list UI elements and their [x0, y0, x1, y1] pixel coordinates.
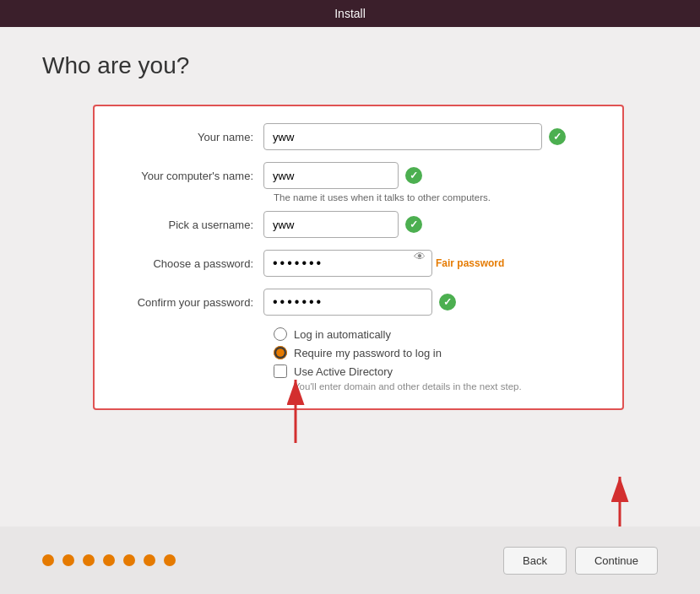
password-row: Choose a password: 👁 Fair password	[111, 250, 597, 277]
progress-dot-4	[103, 554, 115, 566]
require-password-row: Require my password to log in	[274, 346, 597, 359]
active-directory-hint: You'll enter domain and other details in…	[294, 381, 597, 392]
progress-dots	[42, 554, 176, 566]
confirm-password-input[interactable]	[263, 289, 432, 316]
your-name-check-icon	[549, 128, 566, 145]
confirm-password-input-wrapper	[263, 289, 456, 316]
log-in-auto-label: Log in automatically	[294, 328, 391, 341]
require-password-radio[interactable]	[274, 346, 287, 359]
log-in-auto-row: Log in automatically	[274, 327, 597, 341]
confirm-password-check-icon	[439, 294, 456, 310]
page-heading: Who are you?	[42, 52, 658, 79]
continue-button[interactable]: Continue	[575, 547, 658, 575]
username-input-wrapper	[263, 211, 422, 238]
confirm-password-label: Confirm your password:	[111, 296, 263, 309]
title-bar: Install	[0, 0, 700, 27]
nav-buttons: Back Continue	[503, 547, 658, 575]
progress-dot-3	[83, 554, 95, 566]
password-input[interactable]	[263, 250, 432, 277]
your-name-row: Your name:	[111, 123, 597, 150]
username-input[interactable]	[263, 211, 399, 238]
username-label: Pick a username:	[111, 219, 263, 231]
password-toggle-icon[interactable]: 👁	[414, 250, 426, 263]
progress-dot-1	[42, 554, 54, 566]
computer-name-check-icon	[405, 167, 422, 184]
password-input-wrapper: 👁 Fair password	[263, 250, 504, 277]
title-bar-title: Install	[334, 7, 366, 20]
right-arrow-annotation	[586, 468, 654, 536]
computer-name-input-wrapper	[263, 162, 422, 189]
progress-dot-2	[62, 554, 74, 566]
left-arrow-annotation	[262, 367, 329, 451]
computer-name-input[interactable]	[263, 162, 399, 189]
username-check-icon	[405, 216, 422, 233]
computer-name-hint: The name it uses when it talks to other …	[274, 192, 597, 202]
password-strength-label: Fair password	[436, 257, 504, 269]
username-row: Pick a username:	[111, 211, 597, 238]
progress-dot-5	[123, 554, 135, 566]
password-label: Choose a password:	[111, 257, 263, 270]
confirm-password-row: Confirm your password:	[111, 289, 597, 316]
main-content: Who are you? Your name: Your computer's …	[0, 27, 700, 427]
computer-name-row: Your computer's name:	[111, 162, 597, 189]
require-password-label: Require my password to log in	[294, 347, 442, 359]
computer-name-label: Your computer's name:	[111, 170, 263, 182]
bottom-bar: Back Continue	[0, 526, 700, 594]
progress-dot-7	[164, 554, 176, 566]
progress-dot-6	[144, 554, 155, 566]
your-name-input-wrapper	[263, 123, 566, 150]
your-name-label: Your name:	[111, 131, 263, 143]
log-in-auto-radio[interactable]	[274, 327, 287, 341]
your-name-input[interactable]	[263, 123, 542, 150]
back-button[interactable]: Back	[503, 547, 567, 575]
form-container: Your name: Your computer's name: The nam…	[93, 105, 624, 410]
